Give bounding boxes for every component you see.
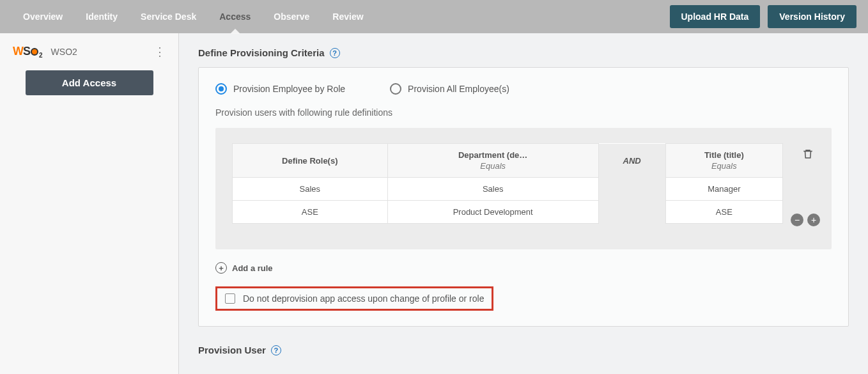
cell-role: ASE	[233, 201, 388, 224]
cell-dept: Sales	[387, 178, 598, 201]
deprovision-label: Do not deprovision app access upon chang…	[243, 293, 484, 304]
tab-identity[interactable]: Identity	[74, 0, 129, 33]
col-department: Department (de… Equals	[387, 144, 598, 178]
rule-area: Define Role(s) Department (de… Equals AN…	[215, 128, 832, 249]
add-row-icon[interactable]: +	[807, 214, 820, 226]
deprovision-checkbox-row: Do not deprovision app access upon chang…	[215, 286, 493, 311]
col-title: Title (title) Equals	[665, 144, 782, 178]
wso2-logo: WS2	[13, 45, 42, 59]
cell-role: Sales	[233, 178, 388, 201]
add-rule-button[interactable]: + Add a rule	[215, 262, 832, 274]
remove-row-icon[interactable]: −	[791, 214, 803, 226]
col-and: AND	[598, 144, 665, 178]
rule-table: Define Role(s) Department (de… Equals AN…	[232, 143, 783, 224]
tab-overview[interactable]: Overview	[12, 0, 74, 33]
help-icon[interactable]: ?	[271, 345, 281, 355]
tab-review[interactable]: Review	[321, 0, 375, 33]
tab-service-desk[interactable]: Service Desk	[129, 0, 208, 33]
nav-tabs: Overview Identity Service Desk Access Ob…	[12, 0, 375, 33]
section-title-criteria: Define Provisioning Criteria ?	[198, 47, 849, 58]
cell-dept: Product Development	[387, 201, 598, 224]
cell-title: Manager	[665, 178, 782, 201]
radio-icon	[390, 83, 401, 95]
add-rule-label: Add a rule	[232, 263, 273, 273]
section-title-text: Define Provisioning Criteria	[198, 47, 325, 58]
table-row[interactable]: Sales Sales Manager	[233, 178, 783, 201]
add-access-button[interactable]: Add Access	[26, 70, 153, 95]
col-sub: Equals	[393, 161, 593, 171]
radio-provision-all[interactable]: Provision All Employee(s)	[390, 83, 509, 95]
sidebar: WS2 WSO2 ⋮ Add Access	[0, 33, 179, 374]
upload-hr-data-button[interactable]: Upload HR Data	[670, 5, 761, 28]
col-define-roles: Define Role(s)	[233, 144, 388, 178]
radio-provision-by-role[interactable]: Provision Employee by Role	[215, 83, 345, 95]
app-menu-icon[interactable]: ⋮	[154, 46, 166, 58]
criteria-panel: Provision Employee by Role Provision All…	[198, 67, 849, 327]
deprovision-checkbox[interactable]	[225, 293, 235, 304]
main-content: Define Provisioning Criteria ? Provision…	[179, 33, 868, 374]
delete-rule-icon[interactable]	[802, 148, 814, 162]
rule-hint: Provision users with following rule defi…	[215, 107, 832, 118]
app-name: WSO2	[51, 47, 77, 57]
tab-access[interactable]: Access	[208, 0, 262, 33]
section-title-provision-user: Provision User ?	[198, 345, 849, 355]
table-row[interactable]: ASE Product Development ASE	[233, 201, 783, 224]
col-label: Title (title)	[704, 150, 744, 160]
app-chip: WS2 WSO2 ⋮	[13, 45, 166, 59]
radio-label: Provision All Employee(s)	[408, 84, 509, 94]
cell-title: ASE	[665, 201, 782, 224]
version-history-button[interactable]: Version History	[768, 5, 856, 28]
plus-icon: +	[215, 262, 227, 274]
top-nav: Overview Identity Service Desk Access Ob…	[0, 0, 868, 33]
provision-mode-radios: Provision Employee by Role Provision All…	[215, 83, 832, 95]
radio-label: Provision Employee by Role	[233, 84, 345, 94]
section-title-text: Provision User	[198, 345, 266, 355]
tab-observe[interactable]: Observe	[262, 0, 321, 33]
row-actions: − +	[791, 214, 820, 226]
col-sub: Equals	[671, 161, 777, 171]
col-label: Department (de…	[458, 150, 527, 160]
radio-icon	[215, 83, 227, 95]
help-icon[interactable]: ?	[330, 48, 340, 58]
